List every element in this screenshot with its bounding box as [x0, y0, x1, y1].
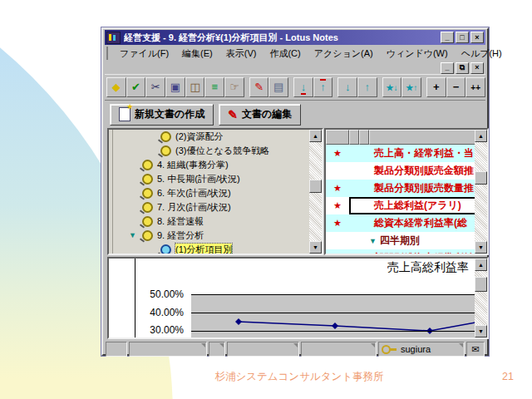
mdi-restore-button[interactable]: ⧉ — [456, 62, 469, 74]
status-user-segment[interactable]: sugiura — [378, 342, 465, 357]
tree-item-mid-long-term[interactable]: 5. 中長期(計画/状況) — [114, 172, 308, 186]
view-row[interactable]: ★売上高・経常利益・当 — [326, 145, 487, 162]
column-header[interactable] — [349, 130, 359, 145]
expanded-twisty-icon[interactable]: ▼ — [129, 232, 136, 239]
column-header[interactable] — [359, 130, 369, 145]
tree-item-flash-report[interactable]: 8. 経営速報 — [114, 214, 308, 229]
menu-help[interactable]: ヘルプ(H) — [461, 47, 502, 60]
mdi-control-row: _ ⧉ × — [105, 62, 485, 74]
prev-doc-button[interactable]: ↑ — [357, 77, 377, 97]
unread-star-icon: ★ — [326, 183, 349, 194]
new-document-button[interactable]: 新規文書の作成 — [110, 104, 214, 126]
open-database-button[interactable]: ✔ — [126, 77, 146, 97]
menu-create[interactable]: 作成(C) — [269, 47, 300, 60]
expand-all-button[interactable]: ↓ — [293, 77, 313, 97]
mdi-close-button[interactable]: × — [470, 62, 484, 74]
nav-scrollbar[interactable]: ▲ ▼ — [309, 130, 322, 254]
key-icon — [382, 345, 397, 353]
paste-button[interactable]: ◫ — [185, 77, 205, 97]
expand-button[interactable]: + — [426, 77, 446, 97]
tree-item-resource-allocation[interactable]: (2)資源配分 — [114, 130, 308, 144]
tree-item-competitive-strategy[interactable]: (3)優位となる競争戦略 — [114, 144, 308, 158]
scroll-up-icon[interactable]: ▲ — [475, 130, 487, 142]
category-twisty-icon[interactable]: ▼ — [369, 237, 377, 245]
copy-icon: ▣ — [170, 81, 180, 93]
scrollbar-thumb[interactable] — [309, 180, 322, 193]
menu-file[interactable]: ファイル(F) — [120, 47, 169, 60]
compose-icon: ☞ — [229, 81, 239, 93]
menu-view[interactable]: 表示(V) — [226, 47, 257, 60]
view-row-selected[interactable]: ★売上総利益(アラリ) — [326, 197, 487, 214]
collapse-button[interactable]: − — [446, 77, 466, 97]
paste-icon: ◫ — [190, 81, 200, 93]
preview-scrollbar[interactable]: ▲ ▼ — [475, 259, 487, 337]
save-close-button[interactable]: ▤ — [268, 77, 288, 97]
status-mail-segment[interactable]: ✉ — [466, 342, 485, 357]
tree-item-management-analysis[interactable]: ▼9. 経営分析 — [114, 229, 308, 243]
view-category-row[interactable]: ▼四半期別 — [326, 232, 487, 249]
view-row[interactable]: ★製品分類別販売数量推 — [326, 180, 487, 197]
navigator-button[interactable]: ≡ — [204, 77, 224, 97]
magnifier-icon — [142, 202, 153, 213]
chart-plot-area — [191, 294, 475, 339]
cut-icon: ✂ — [151, 81, 160, 93]
close-button[interactable]: × — [470, 32, 484, 43]
navigation-tree: (2)資源配分 (3)優位となる競争戦略 4. 組織(事務分掌) 5. 中長期(… — [114, 130, 308, 255]
title-bar[interactable]: 経営支援 - 9. 経営分析¥(1)分析項目別 - Lotus Notes _ … — [105, 30, 485, 45]
collapse-all-button[interactable]: ↑ — [313, 77, 333, 97]
scroll-up-icon[interactable]: ▲ — [475, 259, 487, 271]
ytick-30: 30.00% — [111, 324, 184, 336]
unread-star-icon: ★ — [326, 218, 349, 229]
status-segment[interactable] — [301, 342, 377, 357]
edit-document-button[interactable]: ✎ — [249, 77, 269, 97]
menu-actions[interactable]: アクション(A) — [314, 47, 373, 60]
tree-item-organization[interactable]: 4. 組織(事務分掌) — [114, 158, 308, 172]
minimize-button[interactable]: _ — [441, 32, 454, 43]
tree-item-monthly[interactable]: 7. 月次(計画/状況) — [114, 200, 308, 214]
properties-button[interactable]: ◆ — [106, 77, 126, 97]
scrollbar-thumb[interactable] — [475, 171, 487, 185]
tree-item-analysis-by-item[interactable]: (1)分析項目別 — [114, 243, 308, 255]
menu-bar: ファイル(F) 編集(E) 表示(V) 作成(C) アクション(A) ウィンドウ… — [105, 45, 485, 62]
menu-window[interactable]: ウィンドウ(W) — [387, 47, 448, 60]
prev-unread-icon: ★↑ — [406, 83, 417, 92]
category-label: 四半期別 — [380, 234, 420, 246]
scroll-down-icon[interactable]: ▼ — [475, 241, 487, 254]
scroll-up-icon[interactable]: ▲ — [309, 130, 322, 142]
cut-button[interactable]: ✂ — [145, 77, 165, 97]
column-header[interactable] — [326, 130, 349, 145]
view-row[interactable]: 製品分類別販売金額推 — [326, 162, 487, 180]
magnifier-icon — [160, 145, 171, 156]
smarticons-toolbar: ◆ ✔ ✂ ▣ ◫ ≡ ☞ ✎ ▤ ↓ ↑ ↓ ↑ ★↓ ★↑ + − ++ — [105, 74, 485, 100]
status-segment[interactable] — [227, 342, 299, 357]
scrollbar-thumb[interactable] — [475, 277, 487, 292]
prev-doc-icon: ↑ — [365, 81, 371, 93]
collapse-all-icon: ↑ — [320, 79, 326, 93]
mdi-minimize-button[interactable]: _ — [441, 62, 454, 74]
status-segment — [106, 342, 127, 357]
column-header[interactable] — [369, 130, 487, 145]
compose-button[interactable]: ☞ — [224, 77, 244, 97]
view-row[interactable]: ★部門別総資本経常利益 — [326, 249, 487, 255]
maximize-button[interactable]: □ — [456, 32, 469, 43]
edit-document-action-button[interactable]: ✎ 文書の編集 — [219, 104, 301, 126]
copy-button[interactable]: ▣ — [165, 77, 185, 97]
open-database-icon: ✔ — [131, 81, 140, 93]
scroll-down-icon[interactable]: ▼ — [475, 325, 487, 337]
tree-item-annual[interactable]: 6. 年次(計画/状況) — [114, 186, 308, 200]
scroll-down-icon[interactable]: ▼ — [309, 241, 322, 254]
expand-fully-button[interactable]: ++ — [466, 77, 485, 97]
magnifier-icon — [160, 131, 171, 142]
status-segment[interactable] — [129, 342, 207, 357]
next-doc-button[interactable]: ↓ — [337, 77, 357, 97]
new-document-label: 新規文書の作成 — [135, 107, 204, 121]
view-row[interactable]: ★総資本経常利益率(総 — [326, 214, 487, 232]
status-segment[interactable] — [209, 342, 225, 357]
unread-star-icon: ★ — [326, 253, 349, 255]
next-unread-button[interactable]: ★↓ — [382, 77, 402, 97]
view-scrollbar[interactable]: ▲ ▼ — [475, 130, 487, 254]
menu-edit[interactable]: 編集(E) — [182, 47, 213, 60]
system-menu-icon[interactable] — [106, 47, 108, 60]
prev-unread-button[interactable]: ★↑ — [401, 77, 421, 97]
slide-footer-text: 杉浦システムコンサルタント事務所 — [66, 370, 532, 384]
